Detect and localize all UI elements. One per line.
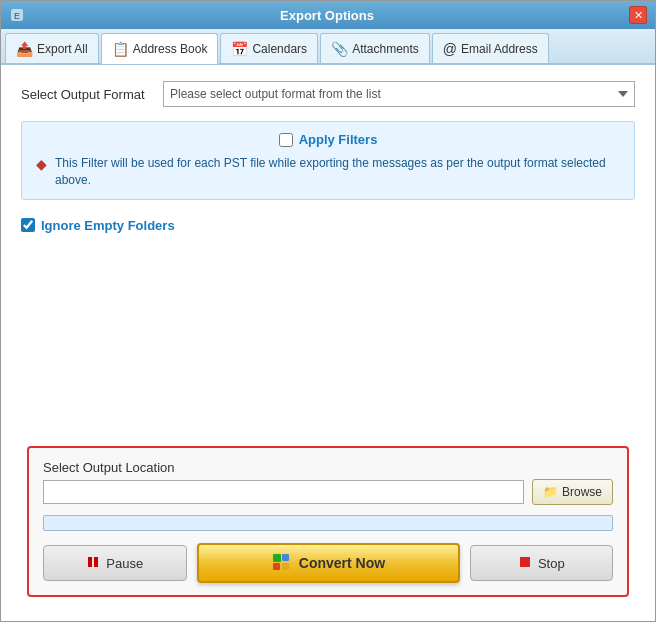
svg-rect-3 (94, 557, 98, 567)
tab-email-label: Email Address (461, 42, 538, 56)
svg-rect-5 (282, 554, 289, 561)
stop-button[interactable]: Stop (470, 545, 614, 581)
tab-address-book-label: Address Book (133, 42, 208, 56)
main-window: E Export Options ✕ 📤 Export All 📋 Addres… (0, 0, 656, 622)
location-input[interactable] (43, 480, 524, 504)
browse-label: Browse (562, 485, 602, 499)
svg-text:E: E (14, 11, 20, 21)
location-row: 📁 Browse (43, 479, 613, 505)
location-label: Select Output Location (43, 460, 613, 475)
svg-rect-8 (520, 557, 530, 567)
close-button[interactable]: ✕ (629, 6, 647, 24)
filter-note: This Filter will be used for each PST fi… (55, 155, 620, 189)
format-row: Select Output Format Please select outpu… (21, 81, 635, 107)
tab-export-all-label: Export All (37, 42, 88, 56)
diamond-icon: ◆ (36, 156, 47, 172)
email-icon: @ (443, 41, 457, 57)
svg-rect-4 (273, 554, 281, 562)
apply-filters-label[interactable]: Apply Filters (299, 132, 378, 147)
format-select[interactable]: Please select output format from the lis… (163, 81, 635, 107)
spacer (21, 251, 635, 432)
tab-attachments[interactable]: 📎 Attachments (320, 33, 430, 63)
content-area: Select Output Format Please select outpu… (1, 65, 655, 621)
tab-export-all[interactable]: 📤 Export All (5, 33, 99, 63)
folder-icon: 📁 (543, 485, 558, 499)
ignore-empty-label[interactable]: Ignore Empty Folders (41, 218, 175, 233)
window-title: Export Options (25, 8, 629, 23)
export-all-icon: 📤 (16, 41, 33, 57)
tab-bar: 📤 Export All 📋 Address Book 📅 Calendars … (1, 29, 655, 65)
pause-label: Pause (106, 556, 143, 571)
tab-address-book[interactable]: 📋 Address Book (101, 33, 219, 64)
bottom-panel: Select Output Location 📁 Browse (27, 446, 629, 597)
tab-calendars[interactable]: 📅 Calendars (220, 33, 318, 63)
tab-calendars-label: Calendars (252, 42, 307, 56)
progress-bar (43, 515, 613, 531)
convert-icon (271, 552, 291, 575)
browse-button[interactable]: 📁 Browse (532, 479, 613, 505)
stop-icon (518, 555, 532, 572)
location-section: Select Output Location 📁 Browse (43, 460, 613, 505)
title-bar: E Export Options ✕ (1, 1, 655, 29)
svg-rect-7 (282, 563, 289, 570)
action-row: Pause Convert Now (43, 541, 613, 583)
tab-attachments-label: Attachments (352, 42, 419, 56)
filter-section: Apply Filters ◆ This Filter will be used… (21, 121, 635, 200)
apply-filters-checkbox[interactable] (279, 133, 293, 147)
svg-rect-6 (273, 563, 280, 570)
ignore-empty-checkbox[interactable] (21, 218, 35, 232)
ignore-row: Ignore Empty Folders (21, 214, 635, 237)
format-label: Select Output Format (21, 87, 151, 102)
pause-button[interactable]: Pause (43, 545, 187, 581)
convert-button[interactable]: Convert Now (197, 543, 460, 583)
svg-rect-2 (88, 557, 92, 567)
convert-label: Convert Now (299, 555, 385, 571)
tab-email-address[interactable]: @ Email Address (432, 33, 549, 63)
attachments-icon: 📎 (331, 41, 348, 57)
calendars-icon: 📅 (231, 41, 248, 57)
filter-checkbox-row: Apply Filters (36, 132, 620, 147)
main-section: Select Output Format Please select outpu… (1, 65, 655, 621)
filter-note-row: ◆ This Filter will be used for each PST … (36, 155, 620, 189)
app-icon: E (9, 7, 25, 23)
address-book-icon: 📋 (112, 41, 129, 57)
pause-icon (86, 555, 100, 572)
stop-label: Stop (538, 556, 565, 571)
